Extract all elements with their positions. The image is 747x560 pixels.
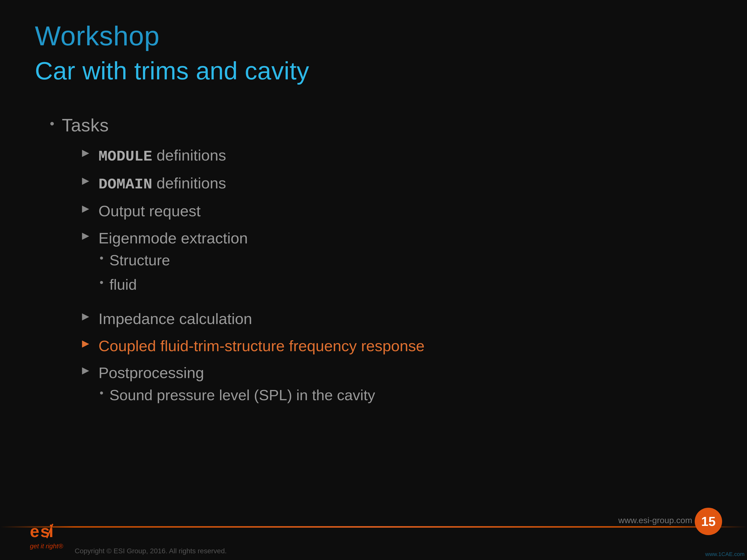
main-bullet-tasks: • Tasks xyxy=(50,115,712,135)
arrow-icon: ► xyxy=(80,203,92,215)
arrow-icon: ► xyxy=(80,310,92,322)
tasks-label: Tasks xyxy=(62,115,109,135)
list-item: ► Postprocessing • Sound pressure level … xyxy=(80,363,712,412)
esi-logo-svg: e s i xyxy=(30,522,60,541)
sub-items-list: ► MODULE definitions ► DOMAIN definition… xyxy=(50,145,712,412)
structure-text: Structure xyxy=(109,250,170,270)
list-item: • Sound pressure level (SPL) in the cavi… xyxy=(100,385,375,405)
domain-def-text: DOMAIN definitions xyxy=(99,173,226,194)
nested-dot: • xyxy=(100,388,103,398)
module-def-plain: definitions xyxy=(157,146,226,164)
domain-keyword: DOMAIN xyxy=(99,176,152,193)
list-item: ► Output request xyxy=(80,201,712,221)
list-item: ► DOMAIN definitions xyxy=(80,173,712,194)
postprocessing-text: Postprocessing xyxy=(99,363,204,383)
module-keyword: MODULE xyxy=(99,148,152,165)
spl-text: Sound pressure level (SPL) in the cavity xyxy=(109,385,375,405)
page-number-badge: 15 xyxy=(695,508,722,535)
nested-dot: • xyxy=(100,252,103,264)
list-item: • fluid xyxy=(100,275,170,294)
module-def-text: MODULE definitions xyxy=(99,145,226,166)
bullet-dot-tasks: • xyxy=(50,117,54,130)
slide-container: Workshop Car with trims and cavity • Tas… xyxy=(0,0,747,560)
footer-copyright: Copyright © ESI Group, 2016. All rights … xyxy=(75,547,227,555)
watermark: www.1CAE.com xyxy=(705,551,745,558)
logo-tagline: get it right® xyxy=(30,542,63,550)
list-item: ► Coupled fluid-trim-structure frequency… xyxy=(80,336,712,356)
arrow-icon: ► xyxy=(80,230,92,242)
esi-logo: e s i get it right® xyxy=(30,522,63,550)
footer-line xyxy=(0,526,747,528)
list-item: ► Impedance calculation xyxy=(80,309,712,329)
eigenmode-text: Eigenmode extraction xyxy=(99,228,248,248)
svg-text:s: s xyxy=(40,522,50,540)
arrow-icon: ► xyxy=(80,338,92,349)
list-item: ► MODULE definitions xyxy=(80,145,712,166)
arrow-icon: ► xyxy=(80,147,92,159)
coupled-text: Coupled fluid-trim-structure frequency r… xyxy=(99,336,424,356)
list-item: ► Eigenmode extraction • Structure • flu… xyxy=(80,228,712,302)
output-request-text: Output request xyxy=(99,201,201,221)
fluid-text: fluid xyxy=(109,275,137,294)
footer: e s i get it right® Copyright © ESI Grou… xyxy=(0,515,747,560)
content-area: • Tasks ► MODULE definitions ► DOMAIN de… xyxy=(35,105,712,412)
eigenmode-nested: • Structure • fluid xyxy=(80,250,170,299)
page-number: 15 xyxy=(701,514,716,529)
page-title: Workshop xyxy=(35,20,712,52)
list-item: • Structure xyxy=(100,250,170,270)
impedance-text: Impedance calculation xyxy=(99,309,252,329)
nested-dot: • xyxy=(100,277,103,288)
postprocessing-nested: • Sound pressure level (SPL) in the cavi… xyxy=(80,385,375,410)
domain-def-plain: definitions xyxy=(157,175,226,192)
page-subtitle: Car with trims and cavity xyxy=(35,56,712,85)
arrow-icon: ► xyxy=(80,175,92,187)
arrow-icon: ► xyxy=(80,364,92,376)
svg-text:e: e xyxy=(30,522,39,540)
footer-website: www.esi-group.com xyxy=(618,515,692,525)
